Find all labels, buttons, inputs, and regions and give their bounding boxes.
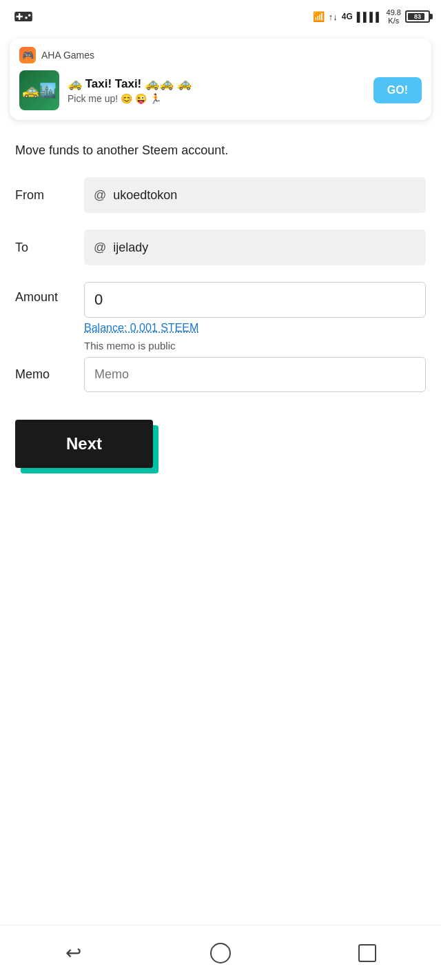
main-content: Move funds to another Steem account. Fro… bbox=[0, 128, 441, 925]
signal-arrows: ↑↓ bbox=[329, 12, 338, 22]
recent-icon bbox=[358, 944, 376, 962]
from-at-symbol: @ bbox=[94, 188, 106, 203]
notification-content: 🚕 Taxi! Taxi! 🚕🚕 🚕 Pick me up! 😊 😜 🏃 bbox=[68, 76, 365, 104]
app-name: AHA Games bbox=[41, 50, 94, 61]
memo-public-note: This memo is public bbox=[84, 340, 426, 351]
game-controller-icon bbox=[14, 7, 33, 26]
from-input[interactable] bbox=[113, 188, 416, 203]
notification-header: 🎮 AHA Games bbox=[19, 47, 422, 63]
amount-input[interactable] bbox=[94, 291, 416, 309]
memo-input[interactable] bbox=[94, 367, 416, 382]
home-button[interactable] bbox=[203, 936, 238, 970]
from-row: From @ bbox=[15, 177, 426, 213]
to-input[interactable] bbox=[113, 241, 416, 255]
status-bar: 📶 ↑↓ 4G ▌▌▌▌ 49.8 K/s 83 bbox=[0, 0, 441, 33]
taxi-image: 🚕🏙️ bbox=[22, 82, 57, 99]
to-at-symbol: @ bbox=[94, 241, 106, 255]
game-icon: 🎮 bbox=[22, 50, 34, 61]
app-icon: 🎮 bbox=[19, 47, 36, 63]
from-input-wrapper: @ bbox=[84, 177, 426, 213]
to-label: To bbox=[15, 241, 84, 255]
notification-title: 🚕 Taxi! Taxi! 🚕🚕 🚕 bbox=[68, 76, 365, 91]
memo-input-wrapper[interactable] bbox=[84, 357, 426, 392]
back-icon: ↩ bbox=[65, 941, 81, 964]
amount-input-wrapper[interactable] bbox=[84, 282, 426, 318]
notification-thumbnail: 🚕🏙️ bbox=[19, 70, 59, 110]
battery-level: 83 bbox=[407, 13, 429, 20]
notification-body: 🚕🏙️ 🚕 Taxi! Taxi! 🚕🚕 🚕 Pick me up! 😊 😜 🏃… bbox=[19, 70, 422, 110]
status-bar-right: 📶 ↑↓ 4G ▌▌▌▌ 49.8 K/s 83 bbox=[313, 8, 430, 25]
recent-apps-button[interactable] bbox=[350, 936, 384, 970]
amount-row: Amount bbox=[15, 282, 426, 318]
go-button[interactable]: GO! bbox=[373, 77, 422, 103]
battery-indicator: 83 bbox=[405, 10, 430, 23]
bottom-navigation: ↩ bbox=[0, 925, 441, 980]
memo-row: Memo bbox=[15, 357, 426, 392]
to-input-wrapper: @ bbox=[84, 229, 426, 265]
page-description: Move funds to another Steem account. bbox=[15, 143, 426, 158]
back-button[interactable]: ↩ bbox=[57, 936, 91, 970]
amount-label: Amount bbox=[15, 282, 84, 305]
from-label: From bbox=[15, 188, 84, 203]
wifi-icon: 📶 bbox=[313, 11, 325, 22]
status-bar-left bbox=[14, 7, 33, 26]
next-button-container: Next bbox=[15, 420, 153, 468]
to-row: To @ bbox=[15, 229, 426, 265]
notification-card: 🎮 AHA Games 🚕🏙️ 🚕 Taxi! Taxi! 🚕🚕 🚕 Pick … bbox=[10, 39, 431, 120]
memo-section: This memo is public Memo bbox=[15, 340, 426, 392]
notification-subtitle: Pick me up! 😊 😜 🏃 bbox=[68, 93, 365, 104]
amount-section: Amount Balance: 0.001 STEEM bbox=[15, 282, 426, 334]
network-type: 4G bbox=[342, 12, 353, 21]
balance-link[interactable]: Balance: 0.001 STEEM bbox=[84, 322, 426, 334]
next-button[interactable]: Next bbox=[15, 420, 153, 468]
memo-label: Memo bbox=[15, 367, 84, 382]
signal-bars: ▌▌▌▌ bbox=[357, 12, 382, 22]
speed-text: 49.8 K/s bbox=[387, 8, 401, 25]
home-icon bbox=[210, 943, 231, 963]
